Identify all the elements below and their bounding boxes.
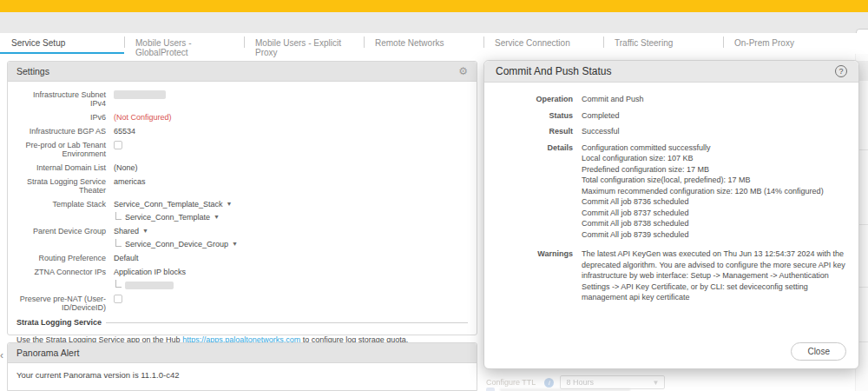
redacted-ipv4-value <box>114 90 166 99</box>
operation-value: Commit and Push <box>582 94 644 105</box>
close-button[interactable]: Close <box>791 342 846 361</box>
chevron-down-icon: ▼ <box>232 240 238 249</box>
chevron-down-icon: ▼ <box>142 228 148 234</box>
tab-service-connection[interactable]: Service Connection <box>483 33 603 54</box>
template-dropdown[interactable]: Service_Conn_Template <box>125 213 210 222</box>
field-label: Infrastructure BGP AS <box>16 126 106 136</box>
preprod-checkbox[interactable] <box>114 141 122 149</box>
status-row: Status Completed <box>496 110 846 122</box>
strata-logging-section: Strata Logging Service Use the Strata Lo… <box>16 318 468 344</box>
top-accent-bar <box>0 0 868 12</box>
field-label: Strata Logging Service Theater <box>16 176 106 195</box>
commit-push-status-modal: Commit And Push Status ? Operation Commi… <box>483 60 859 369</box>
result-value: Successful <box>582 126 620 137</box>
ztna-value: Application IP blocks <box>114 268 186 276</box>
parent-device-group-dropdown[interactable]: Shared <box>114 227 139 235</box>
chevron-down-icon: ▼ <box>214 213 220 222</box>
internal-domain-value: (None) <box>114 162 138 172</box>
modal-title: Commit And Push Status <box>496 65 611 77</box>
tree-connector <box>115 239 122 247</box>
settings-title: Settings <box>16 66 49 76</box>
chevron-down-icon: ▼ <box>652 379 659 387</box>
detail-line: Total configuration size(local, predefin… <box>582 175 824 186</box>
template-stack-dropdown[interactable]: Service_Conn_Template_Stack <box>114 200 223 209</box>
field-infrastructure-bgp-as: Infrastructure BGP AS 65534 <box>16 126 468 136</box>
status-value: Completed <box>582 110 620 122</box>
warnings-value: The latest API KeyGen was executed on Th… <box>582 249 846 303</box>
detail-line: Maximum recommended configuration size: … <box>582 186 824 197</box>
operation-label: Operation <box>496 94 573 105</box>
chevron-left-icon[interactable]: ‹ <box>0 349 3 361</box>
detail-line: Commit All job 8738 scheduled <box>582 218 824 229</box>
configure-ttl-label: Configure TTL <box>486 378 536 387</box>
detail-line: Predefined configuration size: 17 MB <box>582 164 824 176</box>
tab-traffic-steering[interactable]: Traffic Steering <box>603 33 723 54</box>
settings-panel-header: Settings ⚙ <box>8 62 477 82</box>
redacted-ip-block <box>125 282 174 289</box>
field-template-stack: Template Stack Service_Conn_Template_Sta… <box>16 199 468 222</box>
status-label: Status <box>496 110 573 122</box>
ttl-select: 8 Hours ▼ <box>560 375 665 389</box>
settings-panel: Settings ⚙ Infrastructure Subnet IPv4 IP… <box>7 61 477 335</box>
theater-value: americas <box>114 176 146 195</box>
result-label: Result <box>496 126 573 137</box>
field-label: Preserve pre-NAT (User-ID/DeviceID) <box>16 294 106 312</box>
detail-line: Local configuration size: 107 KB <box>582 153 824 164</box>
tab-remote-networks[interactable]: Remote Networks <box>364 33 483 54</box>
field-routing-preference: Routing Preference Default <box>16 253 468 262</box>
settings-fields: Infrastructure Subnet IPv4 IPv6 (Not Con… <box>8 82 477 312</box>
modal-body: Operation Commit and Push Status Complet… <box>484 83 858 303</box>
panorama-alert-panel: Panorama Alert Your current Panorama ver… <box>7 342 477 391</box>
field-label: Template Stack <box>16 199 106 222</box>
panorama-alert-title: Panorama Alert <box>16 348 79 358</box>
details-row: Details Configuration committed successf… <box>496 142 846 241</box>
warnings-row: Warnings The latest API KeyGen was execu… <box>496 249 846 303</box>
detail-line: Commit All job 8736 scheduled <box>582 196 824 208</box>
background-checkbox-dimmed <box>486 388 495 391</box>
tree-connector <box>115 212 122 220</box>
strata-logging-title: Strata Logging Service <box>16 318 106 327</box>
field-parent-device-group: Parent Device Group Shared▼ Service_Conn… <box>16 226 468 249</box>
result-row: Result Successful <box>496 126 846 137</box>
tab-mobile-users-globalprotect[interactable]: Mobile Users - GlobalProtect <box>124 33 244 54</box>
detail-line: Configuration committed successfully <box>582 142 824 154</box>
tab-on-prem-proxy[interactable]: On-Prem Proxy <box>723 33 843 54</box>
field-label: Infrastructure Subnet IPv4 <box>16 89 106 108</box>
field-label: Internal Domain List <box>16 162 106 172</box>
panorama-alert-header: Panorama Alert <box>8 343 477 363</box>
tree-connector <box>115 280 122 288</box>
gear-icon[interactable]: ⚙ <box>458 66 468 76</box>
modal-header: Commit And Push Status ? <box>484 61 858 83</box>
ttl-select-value: 8 Hours <box>566 378 594 387</box>
chevron-down-icon: ▼ <box>227 201 233 207</box>
field-label: ZTNA Connector IPs <box>16 267 106 289</box>
warnings-label: Warnings <box>496 249 573 303</box>
tab-bar: Service Setup Mobile Users - GlobalProte… <box>0 33 868 54</box>
info-icon: i <box>544 378 554 388</box>
panorama-alert-message: Your current Panorama version is 11.1.0-… <box>8 363 477 387</box>
field-internal-domain-list: Internal Domain List (None) <box>16 162 468 172</box>
detail-line: Commit All job 8737 scheduled <box>582 208 824 219</box>
field-preserve-pre-nat: Preserve pre-NAT (User-ID/DeviceID) <box>16 294 468 312</box>
device-group-dropdown[interactable]: Service_Conn_Device_Group <box>125 240 228 249</box>
field-label: Parent Device Group <box>16 226 106 249</box>
operation-row: Operation Commit and Push <box>496 94 846 105</box>
field-strata-theater: Strata Logging Service Theater americas <box>16 176 468 195</box>
preserve-pre-nat-checkbox[interactable] <box>114 295 122 303</box>
field-label: IPv6 <box>16 112 106 122</box>
details-value: Configuration committed successfully Loc… <box>582 142 824 241</box>
field-label: Routing Preference <box>16 253 106 262</box>
detail-line: Commit All job 8739 scheduled <box>582 229 824 241</box>
field-infrastructure-subnet-ipv4: Infrastructure Subnet IPv4 <box>16 89 468 108</box>
field-ztna-connector-ips: ZTNA Connector IPs Application IP blocks <box>16 267 468 289</box>
ipv6-value: (Not Configured) <box>114 112 172 122</box>
help-icon[interactable]: ? <box>835 65 847 77</box>
details-label: Details <box>496 142 573 241</box>
tab-service-setup[interactable]: Service Setup <box>0 33 124 54</box>
field-label: Pre-prod or Lab Tenant Environment <box>16 140 106 158</box>
bgp-as-value: 65534 <box>114 126 135 136</box>
routing-preference-value: Default <box>114 253 139 262</box>
field-ipv6: IPv6 (Not Configured) <box>16 112 468 122</box>
tab-mobile-users-explicit-proxy[interactable]: Mobile Users - Explicit Proxy <box>244 33 364 54</box>
header-bar <box>0 12 868 33</box>
